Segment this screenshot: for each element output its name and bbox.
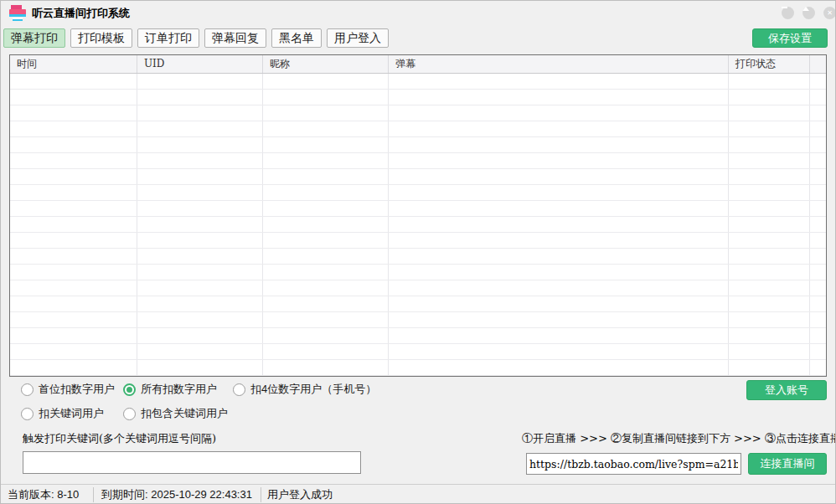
table-row (10, 217, 826, 233)
table-row (10, 265, 826, 280)
table-row (10, 90, 826, 105)
table-row (10, 328, 826, 344)
col-header-time[interactable]: 时间 (10, 55, 137, 73)
filter-row-2: 扣关键词用户 扣包含关键词用户 (21, 406, 228, 421)
printer-icon (9, 5, 26, 21)
col-header-nickname[interactable]: 昵称 (263, 55, 389, 73)
maximize-icon[interactable] (802, 7, 815, 19)
tab-bar: 弹幕打印 打印模板 订单打印 弹幕回复 黑名单 用户登入 (3, 28, 389, 48)
radio-all-digit-user[interactable]: 所有扣数字用户 (123, 382, 233, 397)
expire-time-text: 到期时间: 2025-10-29 22:43:31 (101, 485, 252, 504)
table-body (10, 74, 826, 376)
tab-user-login[interactable]: 用户登入 (327, 28, 389, 48)
radio-icon (21, 408, 34, 420)
radio-keyword-user[interactable]: 扣关键词用户 (21, 406, 123, 421)
table-row (10, 296, 826, 312)
table-row (10, 360, 826, 376)
radio-label: 扣包含关键词用户 (141, 406, 228, 421)
radio-first-digit-user[interactable]: 首位扣数字用户 (21, 382, 123, 397)
close-icon[interactable]: ✕ (823, 7, 836, 19)
table-header: 时间 UID 昵称 弹幕 打印状态 (10, 55, 826, 74)
tab-print-template[interactable]: 打印模板 (70, 28, 132, 48)
table-row (10, 312, 826, 328)
tab-order-print[interactable]: 订单打印 (137, 28, 199, 48)
radio-icon (123, 383, 136, 396)
filter-row-1: 首位扣数字用户 所有扣数字用户 扣4位数字用户（手机号） (21, 382, 376, 397)
radio-label: 扣4位数字用户（手机号） (250, 382, 376, 397)
radio-label: 扣关键词用户 (39, 406, 104, 421)
radio-contains-keyword-user[interactable]: 扣包含关键词用户 (123, 406, 228, 421)
login-status-text: 用户登入成功 (267, 485, 333, 504)
table-row (10, 105, 826, 121)
status-bar: 当前版本: 8-10 到期时间: 2025-10-29 22:43:31 用户登… (1, 484, 835, 504)
status-divider (93, 487, 94, 502)
table-row (10, 169, 826, 185)
keyword-trigger-input[interactable] (23, 451, 361, 474)
status-divider (261, 487, 261, 502)
table-row (10, 121, 826, 137)
table-row (10, 233, 826, 249)
col-header-print-status[interactable]: 打印状态 (729, 55, 810, 73)
tab-blacklist[interactable]: 黑名单 (271, 28, 322, 48)
connect-live-room-button[interactable]: 连接直播间 (748, 453, 827, 475)
danmu-table: 时间 UID 昵称 弹幕 打印状态 (9, 54, 827, 377)
title-bar: 听云直播间打印系统 ✕ (1, 1, 835, 26)
tab-danmu-print[interactable]: 弹幕打印 (3, 28, 65, 48)
table-row (10, 185, 826, 201)
radio-label: 所有扣数字用户 (141, 382, 217, 397)
login-account-button[interactable]: 登入账号 (746, 380, 827, 400)
table-row (10, 153, 826, 169)
window-title: 听云直播间打印系统 (32, 1, 130, 26)
table-row (10, 74, 826, 90)
table-row (10, 280, 826, 296)
col-header-danmu[interactable]: 弹幕 (389, 55, 729, 73)
col-header-uid[interactable]: UID (137, 55, 263, 73)
keyword-trigger-label: 触发打印关键词(多个关键词用逗号间隔) (23, 431, 216, 446)
radio-4digit-phone-user[interactable]: 扣4位数字用户（手机号） (233, 382, 376, 397)
col-header-spacer (810, 55, 826, 73)
radio-icon (233, 383, 245, 396)
live-url-input[interactable] (526, 453, 741, 475)
table-row (10, 249, 826, 265)
radio-icon (123, 408, 136, 420)
version-text: 当前版本: 8-10 (8, 485, 79, 504)
radio-icon (21, 383, 34, 396)
table-row (10, 137, 826, 153)
tab-danmu-reply[interactable]: 弹幕回复 (204, 28, 266, 48)
radio-label: 首位扣数字用户 (39, 382, 115, 397)
minimize-icon[interactable] (782, 7, 794, 19)
connect-instructions: ①开启直播 >>> ②复制直播间链接到下方 >>> ③点击连接直播间 (522, 431, 836, 446)
table-row (10, 201, 826, 217)
table-row (10, 344, 826, 360)
save-settings-button[interactable]: 保存设置 (752, 28, 828, 48)
